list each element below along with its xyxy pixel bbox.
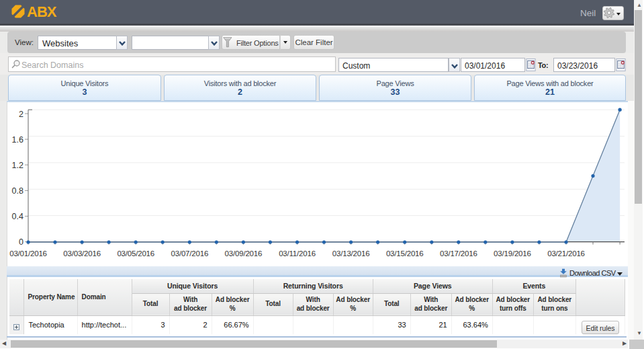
svg-text:1.6: 1.6 <box>12 135 24 145</box>
svg-text:03/11/2016: 03/11/2016 <box>279 249 316 258</box>
svg-text:0.4: 0.4 <box>12 212 24 221</box>
svg-text:1.2: 1.2 <box>12 161 24 170</box>
svg-text:0: 0 <box>19 237 24 247</box>
svg-text:2: 2 <box>19 110 24 119</box>
svg-text:03/09/2016: 03/09/2016 <box>225 249 263 258</box>
svg-text:03/17/2016: 03/17/2016 <box>440 249 477 258</box>
svg-text:03/15/2016: 03/15/2016 <box>386 249 424 258</box>
svg-text:03/01/2016: 03/01/2016 <box>9 249 47 258</box>
svg-text:0.8: 0.8 <box>12 186 24 196</box>
svg-text:03/13/2016: 03/13/2016 <box>332 249 370 258</box>
svg-text:03/21/2016: 03/21/2016 <box>547 249 585 258</box>
svg-text:03/19/2016: 03/19/2016 <box>494 249 531 258</box>
svg-text:03/03/2016: 03/03/2016 <box>63 249 101 258</box>
svg-text:03/07/2016: 03/07/2016 <box>171 249 209 258</box>
svg-text:03/05/2016: 03/05/2016 <box>117 249 154 258</box>
